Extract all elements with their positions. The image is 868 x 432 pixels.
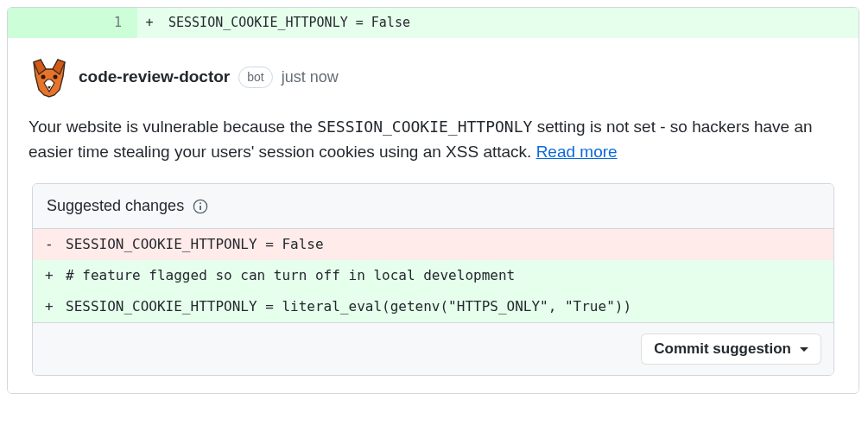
suggestion-header: Suggested changes xyxy=(33,184,833,229)
comment-timestamp[interactable]: just now xyxy=(282,66,339,89)
diff-line-number: 1 xyxy=(8,8,137,38)
inline-code: SESSION_COOKIE_HTTPONLY xyxy=(317,118,532,136)
diff-plus-marker: + xyxy=(137,8,162,38)
diff-code: SESSION_COOKIE_HTTPONLY = False xyxy=(66,234,324,255)
diff-code: SESSION_COOKIE_HTTPONLY = False xyxy=(162,8,858,38)
diff-plus-marker: + xyxy=(45,265,55,286)
comment-text-prefix: Your website is vulnerable because the xyxy=(29,118,317,136)
comment-body: Your website is vulnerable because the S… xyxy=(29,114,838,165)
diff-code: # feature flagged so can turn off in loc… xyxy=(66,265,515,286)
chevron-down-icon xyxy=(800,347,808,352)
diff-code: SESSION_COOKIE_HTTPONLY = literal_eval(g… xyxy=(66,296,631,317)
review-comment: code-review-doctor bot just now Your web… xyxy=(8,38,858,394)
svg-point-4 xyxy=(200,202,201,204)
suggestion-diff: - SESSION_COOKIE_HTTPONLY = False + # fe… xyxy=(33,229,833,322)
fox-avatar-icon xyxy=(29,57,70,98)
diff-added-line: 1 + SESSION_COOKIE_HTTPONLY = False xyxy=(8,8,858,38)
diff-row-addition: + SESSION_COOKIE_HTTPONLY = literal_eval… xyxy=(33,291,833,322)
bot-badge: bot xyxy=(238,67,272,88)
suggested-changes-box: Suggested changes - SESSION_COOKIE_HTTPO… xyxy=(32,183,834,376)
suggestion-title: Suggested changes xyxy=(47,194,184,218)
diff-plus-marker: + xyxy=(45,296,55,317)
suggestion-footer: Commit suggestion xyxy=(33,322,833,375)
read-more-link[interactable]: Read more xyxy=(536,143,618,161)
svg-point-0 xyxy=(41,74,46,79)
commit-suggestion-button[interactable]: Commit suggestion xyxy=(641,334,821,365)
svg-point-1 xyxy=(54,74,58,79)
diff-row-deletion: - SESSION_COOKIE_HTTPONLY = False xyxy=(33,229,833,260)
avatar[interactable] xyxy=(29,57,70,98)
comment-author[interactable]: code-review-doctor xyxy=(79,65,230,90)
diff-row-addition: + # feature flagged so can turn off in l… xyxy=(33,260,833,291)
info-icon[interactable] xyxy=(193,199,208,214)
review-comment-container: 1 + SESSION_COOKIE_HTTPONLY = False code… xyxy=(7,7,859,394)
diff-minus-marker: - xyxy=(45,234,55,255)
commit-button-label: Commit suggestion xyxy=(654,340,791,358)
comment-header: code-review-doctor bot just now xyxy=(29,57,838,98)
